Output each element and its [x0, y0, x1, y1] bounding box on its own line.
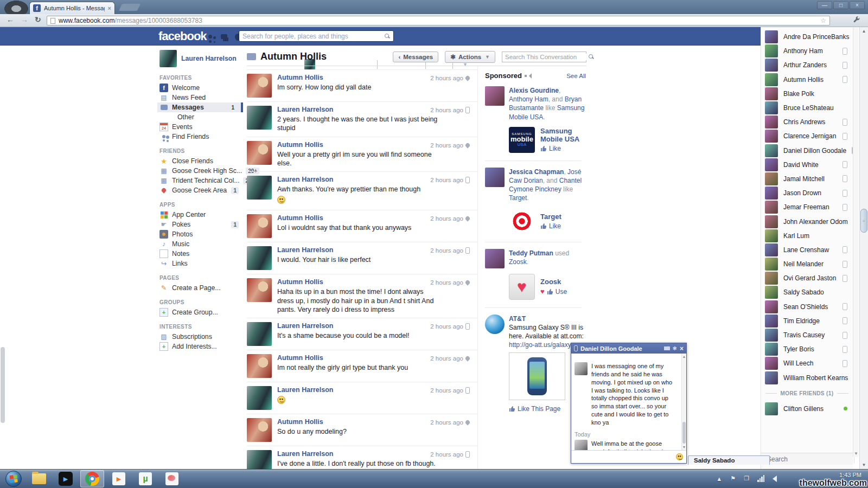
friend-row[interactable]: Tim Eldridge [761, 314, 853, 328]
wrench-menu-icon[interactable] [853, 16, 860, 25]
chat-popup-header[interactable]: Daniel Dillon Goodale ✱ × [571, 343, 686, 354]
scroll-down-arrow-icon[interactable]: ▼ [854, 451, 858, 456]
conversation-search-input[interactable] [505, 54, 589, 60]
chat-options-gear-icon[interactable]: ✱ [673, 345, 677, 351]
close-chat-icon[interactable]: × [680, 345, 684, 352]
ad-action-link[interactable]: ♥ Use [540, 287, 567, 296]
att-name[interactable]: AT&T [509, 314, 586, 323]
nav-item[interactable]: Find Friends [157, 132, 243, 142]
ad-action-link[interactable]: ♥ Like [540, 222, 561, 230]
message-author[interactable]: Autumn Hollis [277, 214, 411, 222]
friend-row[interactable]: Tyler Boris [761, 342, 853, 356]
nav-item[interactable]: Create Group... [157, 307, 243, 317]
forward-button[interactable]: → [21, 15, 28, 24]
video-call-icon[interactable] [664, 346, 670, 350]
taskbar-app-button[interactable] [80, 470, 104, 487]
page-scrollbar[interactable]: ▲ ▼ ≡ [859, 27, 868, 469]
message-avatar[interactable] [247, 386, 272, 410]
friend-requests-icon[interactable] [205, 31, 215, 41]
message-author[interactable]: Lauren Harrelson [277, 450, 440, 458]
message-author[interactable]: Lauren Harrelson [277, 322, 410, 330]
message-author[interactable]: Autumn Hollis [277, 141, 440, 149]
ad-avatar[interactable] [485, 168, 505, 187]
profile-row[interactable]: Lauren Harrelson [159, 50, 243, 67]
message-author[interactable]: Autumn Hollis [277, 278, 440, 286]
friend-row[interactable]: Lane Crenshaw [761, 243, 853, 257]
message-avatar[interactable] [247, 354, 272, 378]
taskbar-app-button[interactable] [160, 470, 184, 487]
friend-row[interactable]: Will Leech [761, 356, 853, 370]
nav-item[interactable]: Messages 1 [157, 102, 243, 112]
ad-avatar[interactable] [485, 86, 505, 106]
message-avatar[interactable] [247, 214, 272, 238]
friend-row[interactable]: William Robert Kearns [761, 371, 853, 385]
address-bar[interactable]: www.facebook.com/messages/10000368805378… [47, 16, 830, 25]
ad-social-text[interactable]: Jessica Chapman, José Caw Dorian, and Ch… [509, 168, 586, 203]
message-avatar[interactable] [247, 141, 272, 165]
nav-item[interactable]: Other [157, 112, 243, 122]
message-avatar[interactable] [247, 176, 272, 200]
scroll-up-arrow-icon[interactable]: ▲ [682, 355, 686, 358]
ad-social-text[interactable]: Teddy Putman used Zoosk. [509, 249, 586, 268]
message-author[interactable]: Lauren Harrelson [277, 106, 440, 113]
flag-action-center-icon[interactable]: ⚑ [730, 475, 736, 482]
ad-logo[interactable] [509, 208, 535, 234]
message-author[interactable]: Autumn Hollis [277, 354, 408, 362]
friend-row[interactable]: Sean O'Shields [761, 300, 853, 314]
global-search-input[interactable] [242, 33, 385, 40]
friend-row[interactable]: Autumn Hollis [761, 73, 853, 87]
search-icon[interactable] [385, 34, 390, 39]
nav-item[interactable]: Close Friends [157, 156, 243, 166]
nav-item[interactable]: Links [157, 259, 243, 268]
ad-logo[interactable] [509, 274, 535, 300]
nav-item[interactable]: Subscriptions [157, 332, 243, 342]
taskbar-app-button[interactable] [133, 470, 157, 487]
profile-avatar[interactable] [159, 50, 177, 67]
global-search[interactable] [239, 30, 394, 42]
nav-item[interactable]: Goose Creek High Sc... 20+ [157, 166, 243, 176]
friend-row[interactable]: Neil Melander [761, 257, 853, 271]
message-avatar[interactable] [247, 106, 272, 130]
friend-row[interactable]: Ovi Gerard Jaston [761, 271, 853, 285]
friend-row[interactable]: Chris Andrews [761, 115, 853, 129]
ad-brand-name[interactable]: Samsung Mobile USA [540, 127, 586, 143]
nav-item[interactable]: Pokes 1 [157, 220, 243, 229]
friend-row[interactable]: Anthony Ham [761, 44, 853, 58]
chat-sidebar-scrollbar[interactable]: ▼ [853, 27, 859, 457]
friend-search-input[interactable] [767, 455, 851, 463]
scroll-up-arrow-icon[interactable]: ▲ [860, 27, 868, 35]
nav-item[interactable]: App Center [157, 210, 243, 220]
friend-row[interactable]: Blake Polk [761, 87, 853, 101]
notification-window-icon[interactable]: ❐ [744, 475, 749, 482]
friend-row[interactable]: Bruce LeShateau [761, 101, 853, 115]
chat-sidebar-scroll-thumb[interactable] [1, 347, 5, 423]
start-button[interactable] [5, 471, 22, 487]
friend-row[interactable]: Travis Causey [761, 328, 853, 342]
message-avatar[interactable] [247, 246, 272, 270]
scroll-down-arrow-icon[interactable]: ▼ [682, 445, 686, 449]
att-logo[interactable] [485, 314, 505, 334]
message-avatar[interactable] [247, 418, 272, 442]
back-to-messages-button[interactable]: ‹Messages [393, 52, 438, 62]
close-button[interactable]: × [850, 1, 865, 9]
nav-item[interactable]: Photos [157, 229, 243, 239]
nav-item[interactable]: Events [157, 122, 243, 132]
maximize-button[interactable]: □ [833, 1, 848, 9]
nav-item[interactable]: News Feed [157, 93, 243, 102]
friend-row[interactable]: John Alexander Odom [761, 214, 853, 228]
page-scroll-thumb[interactable]: ≡ [860, 209, 867, 233]
friend-row[interactable]: Jemar Freeman [761, 200, 853, 214]
friend-row[interactable]: Daniel Dillon Goodale [761, 144, 853, 158]
friend-row[interactable]: David White [761, 158, 853, 172]
message-author[interactable]: Lauren Harrelson [277, 386, 334, 394]
taskbar-clock[interactable]: 1:43 PM [839, 472, 861, 478]
chat-scroll-thumb[interactable] [682, 422, 686, 444]
tab-close-icon[interactable]: × [108, 5, 111, 11]
ad-brand-name[interactable]: Target [540, 213, 561, 221]
bookmark-star-icon[interactable]: ☆ [820, 17, 826, 24]
reload-button[interactable]: ↻ [35, 15, 41, 24]
friend-row[interactable]: Clarence Jernigan [761, 129, 853, 143]
message-author[interactable]: Autumn Hollis [277, 74, 371, 81]
taskbar-app-button[interactable] [27, 470, 51, 487]
nav-item[interactable]: Notes [157, 249, 243, 259]
